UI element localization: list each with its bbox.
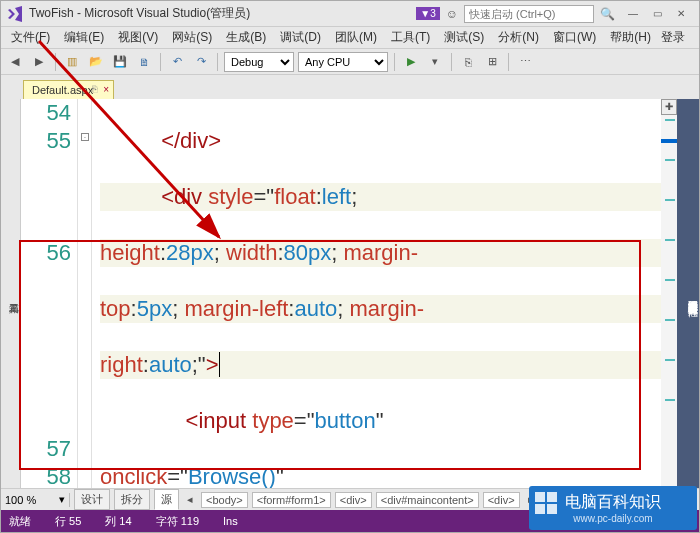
editor-tab[interactable]: Default.aspx ⎘ × [23, 80, 114, 99]
zoom-dropdown-icon[interactable]: ▾ [59, 493, 65, 506]
zoom-level[interactable]: 100 % [5, 494, 55, 506]
crumb-form[interactable]: <form#form1> [252, 492, 331, 508]
menu-website[interactable]: 网站(S) [166, 27, 218, 48]
menu-window[interactable]: 窗口(W) [547, 27, 602, 48]
menu-build[interactable]: 生成(B) [220, 27, 272, 48]
quick-launch-input[interactable] [464, 5, 594, 23]
close-button[interactable]: ✕ [669, 5, 693, 23]
status-col: 列 14 [105, 514, 131, 529]
menu-edit[interactable]: 编辑(E) [58, 27, 110, 48]
save-icon[interactable]: 💾 [110, 52, 130, 72]
status-line: 行 55 [55, 514, 81, 529]
menu-team[interactable]: 团队(M) [329, 27, 383, 48]
menu-test[interactable]: 测试(S) [438, 27, 490, 48]
main-toolbar: ◀ ▶ ▥ 📂 💾 🗎 ↶ ↷ Debug Any CPU ▶ ▾ ⎘ ⊞ ⋯ [1, 49, 699, 75]
start-debug-icon[interactable]: ▶ [401, 52, 421, 72]
line-number-gutter: 54 55 56 57 58 [26, 99, 78, 488]
undo-icon[interactable]: ↶ [167, 52, 187, 72]
config-select[interactable]: Debug [224, 52, 294, 72]
vertical-scrollbar[interactable]: ✚ [661, 99, 677, 488]
watermark-sub: www.pc-daily.com [573, 513, 652, 524]
window-title: TwoFish - Microsoft Visual Studio(管理员) [29, 5, 250, 22]
document-tabs: Default.aspx ⎘ × [1, 75, 699, 99]
vs-logo-icon [7, 6, 23, 22]
right-panels-strip[interactable]: 解决方案资源管理器 团队资源管理器 属性 [677, 99, 699, 488]
crumb-maincontent[interactable]: <div#maincontent> [376, 492, 479, 508]
menu-file[interactable]: 文件(F) [5, 27, 56, 48]
crumb-div2[interactable]: <div> [483, 492, 520, 508]
nav-fwd-icon[interactable]: ▶ [29, 52, 49, 72]
menu-tools[interactable]: 工具(T) [385, 27, 436, 48]
menu-view[interactable]: 视图(V) [112, 27, 164, 48]
new-project-icon[interactable]: ▥ [62, 52, 82, 72]
fold-strip[interactable]: - [78, 99, 92, 488]
crumb-body[interactable]: <body> [201, 492, 248, 508]
nav-back-icon[interactable]: ◀ [5, 52, 25, 72]
split-icon[interactable]: ✚ [661, 99, 677, 115]
search-icon[interactable]: 🔍 [600, 7, 615, 21]
view-split-tab[interactable]: 拆分 [114, 489, 150, 510]
watermark-logo: 电脑百科知识 www.pc-daily.com [529, 486, 697, 530]
status-char: 字符 119 [156, 514, 199, 529]
menu-debug[interactable]: 调试(D) [274, 27, 327, 48]
tab-label: Default.aspx [32, 84, 93, 96]
code-content[interactable]: </div> <div style="float:left; height:28… [92, 99, 677, 488]
redo-icon[interactable]: ↷ [191, 52, 211, 72]
notification-badge[interactable]: ▼3 [416, 7, 439, 20]
pin-icon[interactable]: ⎘ [92, 84, 97, 94]
minimize-button[interactable]: — [621, 5, 645, 23]
toolbar-icon-3[interactable]: ⋯ [515, 52, 535, 72]
watermark-main: 电脑百科知识 [565, 492, 661, 513]
feedback-icon[interactable]: ☺ [446, 7, 458, 21]
left-toolbox-strip[interactable]: 工具箱 [1, 99, 21, 488]
toolbar-icon-1[interactable]: ⎘ [458, 52, 478, 72]
maximize-button[interactable]: ▭ [645, 5, 669, 23]
menu-bar: 文件(F) 编辑(E) 视图(V) 网站(S) 生成(B) 调试(D) 团队(M… [1, 27, 699, 49]
toolbar-icon-2[interactable]: ⊞ [482, 52, 502, 72]
view-source-tab[interactable]: 源 [154, 489, 179, 510]
open-icon[interactable]: 📂 [86, 52, 106, 72]
login-link[interactable]: 登录 [661, 29, 695, 46]
close-tab-icon[interactable]: × [103, 84, 109, 95]
code-editor[interactable]: 54 55 56 57 58 - </div> <div style="floa… [21, 99, 677, 488]
status-ins: Ins [223, 515, 238, 527]
menu-analyze[interactable]: 分析(N) [492, 27, 545, 48]
menu-help[interactable]: 帮助(H) [604, 27, 657, 48]
platform-select[interactable]: Any CPU [298, 52, 388, 72]
status-state: 就绪 [9, 514, 31, 529]
browser-select-icon[interactable]: ▾ [425, 52, 445, 72]
crumb-prev-icon[interactable]: ◂ [183, 493, 197, 506]
title-bar: TwoFish - Microsoft Visual Studio(管理员) ▼… [1, 1, 699, 27]
view-design-tab[interactable]: 设计 [74, 489, 110, 510]
save-all-icon[interactable]: 🗎 [134, 52, 154, 72]
crumb-div1[interactable]: <div> [335, 492, 372, 508]
